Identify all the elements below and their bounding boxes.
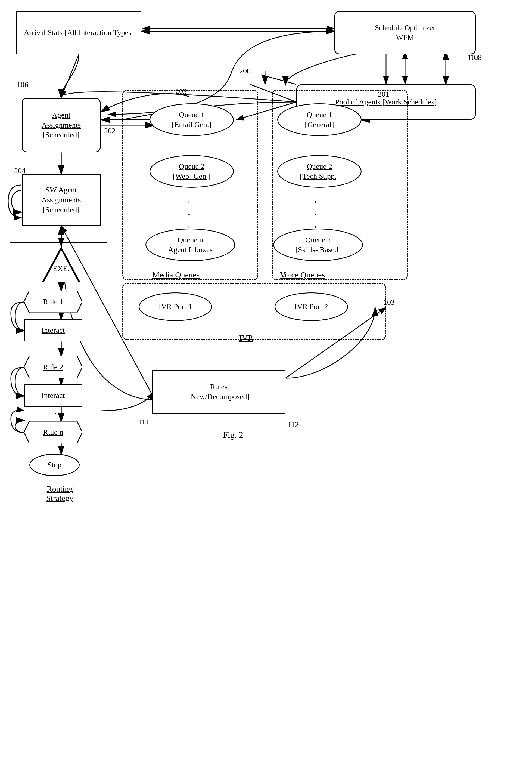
svg-line-16 xyxy=(61,54,79,97)
rules-box: Rules[New/Decomposed] xyxy=(152,370,285,413)
sw-agent-label: SW AgentAssignments[Scheduled] xyxy=(42,185,81,215)
num-106: 106 xyxy=(17,80,28,89)
queue1-email-oval: Queue 1[Email Gen.] xyxy=(150,103,234,136)
rules-label: Rules[New/Decomposed] xyxy=(188,382,249,402)
routing-strategy-box xyxy=(10,242,107,492)
arrival-stats-box: Arrival Stats [All Interaction Types] xyxy=(16,11,141,54)
queue2-tech-oval: Queue 2[Tech Supp.] xyxy=(277,155,362,188)
queue2-web-label: Queue 2[Web- Gen.] xyxy=(173,161,210,181)
arrival-stats-label: Arrival Stats [All Interaction Types] xyxy=(24,28,134,38)
num-200: 200 xyxy=(239,67,251,75)
schedule-optimizer-label: Schedule Optimizer xyxy=(375,23,435,33)
voice-dots: ··· xyxy=(314,196,317,234)
queue1-general-label: Queue 1[General] xyxy=(305,110,334,130)
num-201: 201 xyxy=(378,90,389,98)
sw-agent-assignments-box: SW AgentAssignments[Scheduled] xyxy=(22,174,101,226)
figure-caption: Fig. 2 xyxy=(223,430,243,440)
ivr-port2-oval: IVR Port 2 xyxy=(275,293,348,321)
diagram: Arrival Stats [All Interaction Types] Sc… xyxy=(0,0,532,771)
wfm-label: WFM xyxy=(396,33,414,42)
queuen-agent-oval: Queue nAgent Inboxes xyxy=(145,229,235,261)
num-203: 203 xyxy=(175,87,187,96)
queuen-skills-label: Queue n[Skills- Based] xyxy=(295,235,341,255)
agent-assignments-box: AgentAssignments[Scheduled] xyxy=(22,98,101,152)
svg-line-25 xyxy=(261,75,296,84)
num-103: 103 xyxy=(383,298,395,307)
media-dots: ··· xyxy=(188,196,191,234)
agent-assignments-label: AgentAssignments[Scheduled] xyxy=(42,110,81,140)
queue1-email-label: Queue 1[Email Gen.] xyxy=(172,110,211,130)
num-112: 112 xyxy=(288,420,299,429)
num-105: 105 xyxy=(468,53,479,62)
schedule-optimizer-box: Schedule Optimizer WFM xyxy=(334,11,476,54)
num-204: 204 xyxy=(14,166,26,175)
num-202: 202 xyxy=(104,126,116,135)
ivr-label: IVR xyxy=(239,333,253,343)
queue2-web-oval: Queue 2[Web- Gen.] xyxy=(150,155,234,188)
ivr-port1-label: IVR Port 1 xyxy=(159,302,192,312)
voice-queues-label: Voice Queues xyxy=(280,269,325,280)
queuen-skills-oval: Queue n[Skills- Based] xyxy=(273,229,363,261)
queuen-agent-label: Queue nAgent Inboxes xyxy=(168,235,213,255)
routing-strategy-label: RoutingStrategy xyxy=(15,484,105,503)
exe-label: EXE. xyxy=(53,264,69,273)
queue2-tech-label: Queue 2[Tech Supp.] xyxy=(300,161,339,181)
ivr-port2-label: IVR Port 2 xyxy=(295,302,328,312)
num-111: 111 xyxy=(138,418,149,426)
media-queues-label: Media Queues xyxy=(152,269,200,280)
ivr-port1-oval: IVR Port 1 xyxy=(139,293,212,321)
queue1-general-oval: Queue 1[General] xyxy=(277,103,362,136)
